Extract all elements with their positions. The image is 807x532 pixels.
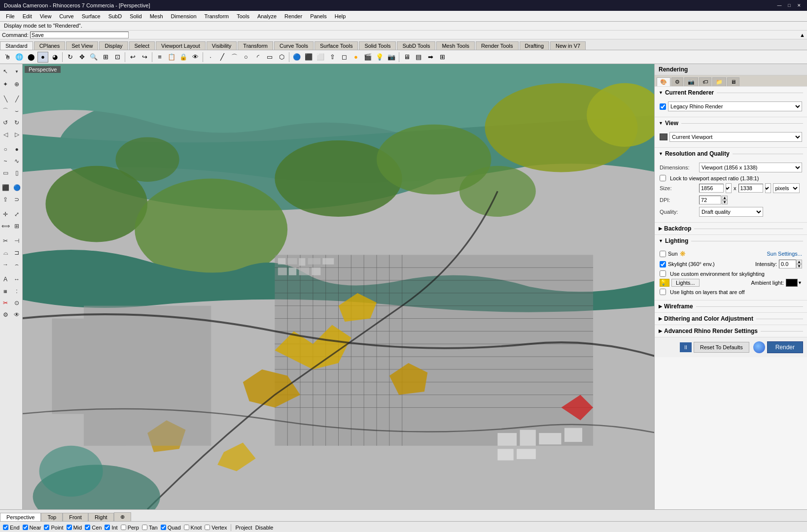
renderer-section-header[interactable]: ▼ Current Renderer	[655, 86, 807, 99]
pan-icon[interactable]: ✥	[76, 52, 87, 63]
layer-icon[interactable]: ≡	[154, 52, 165, 63]
redo-icon[interactable]: ↪	[139, 52, 150, 63]
gumball-small-icon[interactable]: ⊕	[11, 79, 22, 90]
unit-dropdown[interactable]: pixels inches mm	[773, 183, 800, 193]
rotate-icon[interactable]: ↻	[65, 52, 75, 63]
mid-checkbox[interactable]	[67, 525, 72, 530]
tan-checkbox[interactable]	[142, 525, 147, 530]
lights-button[interactable]: Lights...	[671, 279, 700, 287]
tab-mesh-tools[interactable]: Mesh Tools	[436, 41, 474, 50]
menu-mesh[interactable]: Mesh	[146, 12, 167, 20]
dithering-section-header[interactable]: ▶ Dithering and Color Adjustment	[655, 312, 807, 325]
near-checkbox[interactable]	[23, 525, 28, 530]
render-tab-settings[interactable]: ⚙	[671, 77, 683, 86]
ambient-color-swatch[interactable]	[786, 279, 798, 287]
tab-new-v7[interactable]: New in V7	[550, 41, 586, 50]
monitor-icon[interactable]: 🖥	[401, 52, 412, 63]
undo-icon[interactable]: ↩	[127, 52, 138, 63]
knot-checkbox[interactable]	[184, 525, 189, 530]
lock-icon[interactable]: 🔒	[178, 52, 189, 63]
draw-curve2-icon[interactable]: ⌣	[11, 105, 22, 116]
minimize-button[interactable]: —	[775, 1, 783, 9]
render-tab-folder[interactable]: 📁	[712, 77, 726, 86]
tab-viewport-layout[interactable]: Viewport Layout	[156, 41, 206, 50]
renderer-dropdown[interactable]: Legacy Rhino Render	[668, 101, 802, 111]
freeform-icon[interactable]: ~	[0, 156, 11, 166]
rect3-icon[interactable]: ▯	[11, 167, 22, 178]
pipe-icon[interactable]: ⊃	[11, 194, 22, 205]
render-tab-camera[interactable]: 📷	[684, 77, 698, 86]
sun-settings-link[interactable]: Sun Settings...	[767, 251, 802, 257]
globe-icon[interactable]: 🌐	[14, 52, 25, 63]
extrude-icon[interactable]: ⇧	[327, 52, 338, 63]
menu-tools[interactable]: Tools	[233, 12, 253, 20]
offset-icon[interactable]: ⊐	[11, 247, 22, 258]
vertex-checkbox[interactable]	[205, 525, 210, 530]
tab-select[interactable]: Select	[129, 41, 155, 50]
spline-icon[interactable]: ∿	[11, 156, 22, 166]
tab-curve-tools[interactable]: Curve Tools	[274, 41, 314, 50]
zoom-icon[interactable]: 🔍	[88, 52, 99, 63]
fillet-icon[interactable]: ⌓	[0, 247, 11, 258]
dimension-icon[interactable]: ↔	[11, 274, 22, 285]
pan-right-icon[interactable]: ▷	[11, 129, 22, 140]
resolution-section-header[interactable]: ▼ Resolution and Quality	[655, 147, 807, 160]
intensity-up-button[interactable]: ▲	[796, 260, 802, 264]
eye-icon[interactable]: 👁	[11, 309, 22, 320]
menu-panels[interactable]: Panels	[306, 12, 331, 20]
lock-ratio-checkbox[interactable]	[660, 175, 666, 181]
tab-surface-tools[interactable]: Surface Tools	[315, 41, 358, 50]
lights-off-checkbox[interactable]	[660, 289, 666, 295]
scale-icon[interactable]: ⤢	[11, 209, 22, 220]
lighting-section-header[interactable]: ▼ Lighting	[655, 234, 807, 247]
end-checkbox[interactable]	[3, 525, 8, 530]
point-icon[interactable]: ·	[205, 52, 216, 63]
blend-icon[interactable]: ⌢	[11, 259, 22, 270]
height-spinner[interactable]	[765, 183, 771, 193]
arrow-tool-icon[interactable]: 🖱	[2, 52, 13, 63]
draw-line2-icon[interactable]: ╱	[11, 94, 22, 104]
orange-sphere-icon[interactable]: ●	[351, 52, 361, 63]
vp-tab-top[interactable]: Top	[41, 513, 63, 521]
render-preview-icon[interactable]: 🎬	[362, 52, 373, 63]
mirror-icon[interactable]: ⟺	[0, 221, 11, 232]
menu-help[interactable]: Help	[331, 12, 350, 20]
intensity-down-button[interactable]: ▼	[796, 264, 802, 268]
arc-icon[interactable]: ◜	[252, 52, 263, 63]
rect2-icon[interactable]: ▭	[0, 167, 11, 178]
advanced-section-header[interactable]: ▶ Advanced Rhino Render Settings	[655, 325, 807, 337]
split-icon[interactable]: ⊣	[11, 235, 22, 246]
box-icon[interactable]: ⬛	[303, 52, 314, 63]
intensity-input[interactable]	[779, 260, 796, 268]
trim-icon[interactable]: ✂	[0, 235, 11, 246]
int-checkbox[interactable]	[105, 525, 110, 530]
cursor-icon[interactable]: ✂	[0, 298, 11, 308]
menu-edit[interactable]: Edit	[19, 12, 36, 20]
dpi-input[interactable]	[699, 196, 721, 204]
circle-right-icon[interactable]: ●	[11, 144, 22, 155]
shaded-icon[interactable]: ◕	[49, 52, 60, 63]
reset-defaults-button[interactable]: Reset To Defaults	[694, 342, 749, 353]
menu-render[interactable]: Render	[281, 12, 306, 20]
props-icon[interactable]: 📋	[166, 52, 177, 63]
menu-subd[interactable]: SubD	[105, 12, 126, 20]
annotation-icon[interactable]: A	[0, 274, 11, 285]
render-button[interactable]: Render	[767, 341, 803, 353]
rect-icon[interactable]: ▭	[264, 52, 275, 63]
select-arrow-icon[interactable]: ↖	[0, 66, 11, 77]
draw-curve-icon[interactable]: ⌒	[0, 105, 11, 116]
menu-surface[interactable]: Surface	[78, 12, 105, 20]
menu-file[interactable]: File	[2, 12, 19, 20]
circle-draw-icon[interactable]: ○	[241, 52, 251, 63]
ambient-dropdown-btn[interactable]: ▼	[798, 280, 802, 285]
solid-sph-icon[interactable]: 🔵	[11, 182, 22, 193]
width-spinner[interactable]	[726, 183, 732, 193]
solid-box-icon[interactable]: ⬛	[0, 182, 11, 193]
dpi-up-button[interactable]: ▲	[722, 196, 728, 200]
rendered-mode-icon[interactable]: ●	[37, 52, 48, 63]
render-tab-tag[interactable]: 🏷	[699, 77, 711, 86]
custom-env-checkbox[interactable]	[660, 270, 666, 277]
close-button[interactable]: ✕	[795, 1, 803, 9]
render-tab-monitor[interactable]: 🖥	[727, 77, 739, 86]
viewport[interactable]: Perspective	[23, 64, 654, 509]
